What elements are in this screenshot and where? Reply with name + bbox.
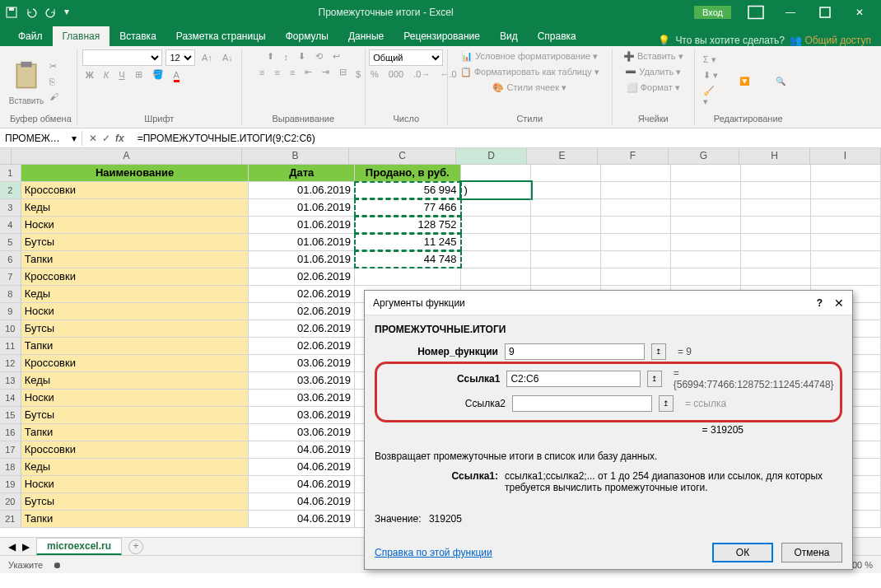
comma-icon[interactable]: 000 [385,68,407,81]
name-box[interactable]: ПРОМЕЖ…▾ [0,131,82,146]
cell[interactable]: 03.06.2019 [249,372,355,389]
cell[interactable] [811,182,881,198]
close-button[interactable]: ✕ [843,2,876,22]
cell[interactable] [601,217,671,233]
row-header[interactable]: 2 [0,182,21,198]
row-header[interactable]: 17 [0,441,21,458]
dialog-close-icon[interactable]: ✕ [834,296,844,310]
cell[interactable]: Тапки [21,251,249,268]
cancel-formula-icon[interactable]: ✕ [89,133,97,144]
fill-icon[interactable]: ⬇ ▾ [700,68,725,82]
fill-color-icon[interactable]: 🪣 [149,68,167,82]
cell[interactable]: 04.06.2019 [249,476,355,492]
col-header-D[interactable]: D [456,148,527,164]
col-header-G[interactable]: G [669,148,739,164]
sort-filter-button[interactable]: 🔽 [729,56,762,105]
cell[interactable] [531,234,601,250]
sheet-tab[interactable]: microexcel.ru [36,538,122,555]
row-header[interactable]: 20 [0,493,21,510]
cell[interactable]: Кеды [21,459,249,475]
sheet-nav-prev-icon[interactable]: ◀ [8,541,16,553]
cell[interactable]: Бутсы [21,493,249,510]
cell[interactable] [671,268,741,285]
qat-dropdown-icon[interactable]: ▾ [64,6,77,19]
row-header[interactable]: 7 [0,268,21,285]
col-header-E[interactable]: E [527,148,598,164]
share-button[interactable]: 👥 Общий доступ [790,35,871,46]
cell[interactable]: 02.06.2019 [249,286,355,302]
col-header-H[interactable]: H [739,148,810,164]
copy-icon[interactable]: ⎘ [46,75,62,88]
row-header[interactable]: 13 [0,372,21,389]
cell[interactable] [741,165,811,181]
cancel-button[interactable]: Отмена [781,543,842,562]
cell[interactable]: Кроссовки [21,441,249,458]
cell[interactable] [531,199,601,216]
decrease-font-icon[interactable]: A↓ [219,51,236,64]
cell[interactable] [461,165,531,181]
wrap-text-icon[interactable]: ↩ [329,49,343,63]
tab-data[interactable]: Данные [338,26,394,46]
cell[interactable]: 44 748 [355,251,461,268]
align-left-icon[interactable]: ≡ [256,66,268,79]
cell[interactable]: Тапки [21,338,249,354]
row-header[interactable]: 16 [0,424,21,441]
cell[interactable]: 01.06.2019 [249,217,355,233]
add-sheet-button[interactable]: + [128,539,143,554]
align-top-icon[interactable]: ⬆ [263,49,277,63]
cell[interactable]: Носки [21,476,249,492]
tab-insert[interactable]: Вставка [110,26,166,46]
cell[interactable] [671,165,741,181]
cell[interactable] [741,182,811,198]
cell[interactable]: 56 994 [355,182,461,198]
cell[interactable]: 04.06.2019 [249,493,355,510]
cell[interactable]: Бутсы [21,407,249,423]
cell[interactable]: 03.06.2019 [249,390,355,406]
currency-icon[interactable]: $ [352,68,364,81]
fx-icon[interactable]: fx [115,133,124,144]
cell[interactable] [811,217,881,233]
tab-file[interactable]: Файл [8,26,53,46]
bold-button[interactable]: Ж [82,68,97,82]
cell[interactable] [671,182,741,198]
tab-view[interactable]: Вид [490,26,528,46]
tab-formulas[interactable]: Формулы [276,26,338,46]
cell[interactable] [811,199,881,216]
cell[interactable] [461,251,531,268]
row-header[interactable]: 18 [0,459,21,475]
cell[interactable]: Бутсы [21,234,249,250]
percent-icon[interactable]: % [367,68,382,81]
row-header[interactable]: 21 [0,511,21,527]
number-format[interactable]: Общий [369,49,443,66]
row-header[interactable]: 10 [0,320,21,337]
row-header[interactable]: 1 [0,165,21,181]
col-header-B[interactable]: B [242,148,349,164]
clear-icon[interactable]: 🧹 ▾ [700,84,725,109]
maximize-button[interactable] [809,2,841,22]
cell[interactable]: 11 245 [355,234,461,250]
cell[interactable] [531,251,601,268]
cell[interactable] [671,251,741,268]
cell[interactable] [811,251,881,268]
cell[interactable] [601,268,671,285]
cell[interactable]: 01.06.2019 [249,234,355,250]
cell[interactable] [671,217,741,233]
paste-button[interactable]: Вставить [10,56,43,105]
cell[interactable]: Кеды [21,199,249,216]
cell[interactable]: 04.06.2019 [249,459,355,475]
insert-cells-button[interactable]: ➕ Вставить ▾ [620,49,687,63]
cell[interactable] [601,182,671,198]
cell[interactable] [671,234,741,250]
cell[interactable]: 77 466 [355,199,461,216]
cell[interactable]: 04.06.2019 [249,511,355,527]
cell[interactable] [811,268,881,285]
italic-button[interactable]: К [100,68,112,82]
cell[interactable]: Носки [21,303,249,320]
arg2-input[interactable] [506,371,641,387]
cell[interactable] [461,234,531,250]
font-name[interactable] [82,49,163,66]
tab-help[interactable]: Справка [528,26,586,46]
indent-decrease-icon[interactable]: ⇤ [301,65,315,79]
row-header[interactable]: 14 [0,390,21,406]
cell[interactable]: Кеды [21,286,249,302]
